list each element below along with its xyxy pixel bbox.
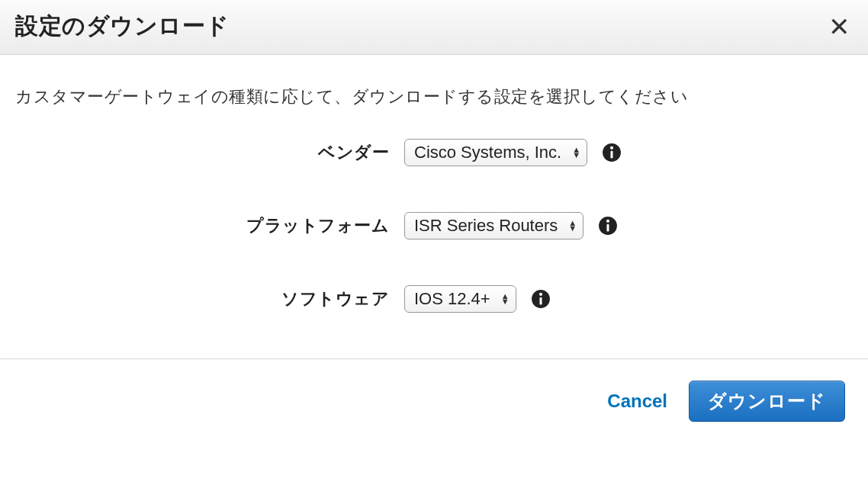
download-config-dialog: 設定のダウンロード ✕ カスタマーゲートウェイの種類に応じて、ダウンロードする設… [0,0,868,437]
instruction-text: カスタマーゲートウェイの種類に応じて、ダウンロードする設定を選択してください [15,85,853,108]
vendor-select-wrap: Cisco Systems, Inc. ▲▼ [404,139,622,166]
platform-select-wrap: ISR Series Routers ▲▼ [404,212,619,240]
dialog-title: 設定のダウンロード [15,11,230,42]
vendor-row: ベンダー Cisco Systems, Inc. ▲▼ [15,139,853,166]
vendor-select-value: Cisco Systems, Inc. [414,143,569,162]
close-icon[interactable]: ✕ [825,14,853,40]
platform-select-value: ISR Series Routers [414,216,565,236]
dialog-footer: Cancel ダウンロード [0,358,868,437]
svg-rect-7 [539,297,542,305]
software-row: ソフトウェア IOS 12.4+ ▲▼ [15,285,853,313]
download-button[interactable]: ダウンロード [689,381,845,422]
svg-point-5 [606,220,609,223]
dialog-body: カスタマーゲートウェイの種類に応じて、ダウンロードする設定を選択してください ベ… [0,55,868,358]
vendor-label: ベンダー [15,141,404,164]
info-icon[interactable] [597,215,619,236]
svg-point-2 [610,146,613,149]
svg-rect-4 [607,224,609,232]
updown-icon: ▲▼ [572,147,580,158]
platform-label: プラットフォーム [15,214,404,237]
updown-icon: ▲▼ [501,294,510,304]
software-select-value: IOS 12.4+ [414,289,498,309]
dialog-header: 設定のダウンロード ✕ [0,0,868,55]
software-label: ソフトウェア [15,288,404,310]
svg-point-8 [539,293,542,296]
svg-rect-1 [611,151,613,159]
updown-icon: ▲▼ [568,220,577,231]
vendor-select[interactable]: Cisco Systems, Inc. ▲▼ [404,139,587,166]
info-icon[interactable] [601,142,622,163]
cancel-button[interactable]: Cancel [607,391,667,412]
software-select-wrap: IOS 12.4+ ▲▼ [404,285,551,313]
software-select[interactable]: IOS 12.4+ ▲▼ [404,285,516,313]
platform-row: プラットフォーム ISR Series Routers ▲▼ [15,212,853,240]
platform-select[interactable]: ISR Series Routers ▲▼ [404,212,583,240]
info-icon[interactable] [530,288,551,310]
